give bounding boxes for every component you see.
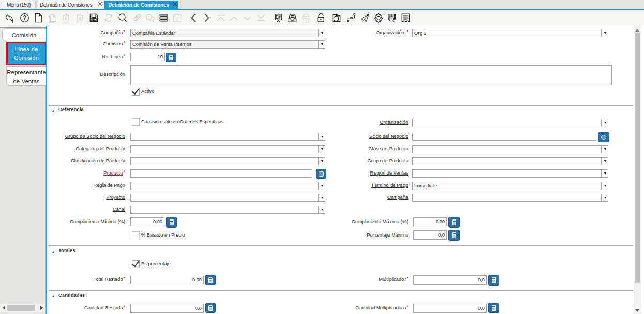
svg-text:31: 31	[175, 17, 179, 21]
svg-text:?: ?	[23, 14, 26, 21]
